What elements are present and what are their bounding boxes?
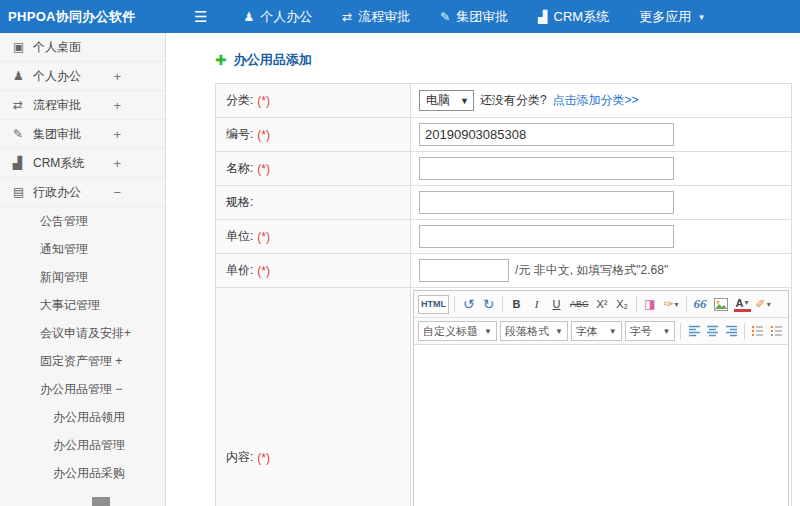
label-text: 名称: — [226, 160, 253, 177]
label-text: 规格: — [226, 194, 253, 211]
blockquote-button[interactable]: 66 — [692, 295, 709, 314]
nav-personal-office[interactable]: ♟ 个人办公 — [243, 8, 312, 26]
custom-heading-dropdown[interactable]: 自定义标题 ▼ — [418, 321, 497, 341]
font-family-dropdown[interactable]: 字体 ▼ — [571, 321, 622, 341]
sidebar-item-desktop[interactable]: ▣ 个人桌面 — [0, 33, 165, 62]
expand-toggle[interactable]: + — [113, 69, 121, 84]
chevron-down-icon: ▾ — [745, 298, 749, 307]
form-row-spec: 规格: — [216, 186, 791, 220]
insert-image-icon[interactable] — [712, 295, 731, 314]
expand-toggle[interactable]: + — [113, 127, 121, 142]
label-text: 单位: — [226, 228, 253, 245]
price-input[interactable] — [419, 259, 509, 282]
bold-button[interactable]: B — [508, 295, 525, 314]
code-input[interactable] — [419, 123, 674, 146]
nav-label: 流程审批 — [358, 8, 410, 26]
unit-input[interactable] — [419, 225, 674, 248]
required-marker: (*) — [257, 451, 270, 465]
font-size-dropdown[interactable]: 字号 ▼ — [625, 321, 676, 341]
nav-workflow-approval[interactable]: ⇄ 流程审批 — [342, 8, 410, 26]
sidebar-item-notice-mgmt[interactable]: 通知管理 — [0, 235, 165, 263]
name-input[interactable] — [419, 157, 674, 180]
format-painter-icon[interactable]: ✑▾ — [662, 295, 681, 314]
expand-toggle[interactable]: + — [113, 156, 121, 171]
label-text: 内容: — [226, 449, 253, 466]
edit-icon: ✎ — [13, 127, 33, 141]
sidebar-item-label: 行政办公 — [33, 184, 81, 201]
sidebar-item-fixed-assets[interactable]: 固定资产管理 + — [0, 347, 165, 375]
main-content: ✚ 办公用品添加 分类: (*) 电脑 ▼ 还没有分类? 点击添加分类>> — [166, 33, 800, 506]
highlight-pen-icon[interactable]: ✐▾ — [754, 295, 773, 314]
required-marker: (*) — [257, 128, 270, 142]
field-value: /元 非中文, 如填写格式"2.68" — [411, 254, 791, 287]
field-label: 编号: (*) — [216, 118, 411, 151]
strikethrough-button[interactable]: ABC — [568, 295, 591, 314]
dropdown-label: 字体 — [576, 324, 598, 339]
paragraph-format-dropdown[interactable]: 段落格式 ▼ — [500, 321, 568, 341]
ordered-list-icon[interactable] — [768, 322, 784, 341]
menu-icon[interactable]: ☰ — [194, 8, 207, 26]
sidebar-item-events-mgmt[interactable]: 大事记管理 — [0, 291, 165, 319]
align-center-icon[interactable] — [705, 322, 721, 341]
sidebar-item-meeting-request[interactable]: 会议申请及安排+ — [0, 319, 165, 347]
user-icon: ♟ — [243, 10, 254, 24]
undo-icon[interactable]: ↺ — [460, 295, 477, 314]
chevron-down-icon: ▼ — [663, 327, 671, 336]
form-row-unit: 单位: (*) — [216, 220, 791, 254]
sidebar-item-supplies-request[interactable]: 办公用品领用 — [0, 403, 165, 431]
nav-label: 集团审批 — [456, 8, 508, 26]
form-row-content: 内容: (*) HTML ↺ ↻ B I — [216, 288, 791, 506]
sidebar-item-admin-office[interactable]: ▤ 行政办公 − — [0, 178, 165, 207]
sidebar-item-label: 办公用品采购 — [53, 465, 125, 482]
subscript-button[interactable]: X₂ — [614, 295, 631, 314]
align-right-icon[interactable] — [723, 322, 739, 341]
redo-icon[interactable]: ↻ — [480, 295, 497, 314]
font-color-glyph: A — [736, 297, 744, 309]
collapse-toggle[interactable]: − — [113, 185, 121, 200]
sidebar-item-label: 流程审批 — [33, 97, 81, 114]
unordered-list-icon[interactable] — [750, 322, 766, 341]
remove-format-icon[interactable]: ◨ — [642, 295, 659, 314]
field-value — [411, 220, 791, 253]
nav-more-apps[interactable]: 更多应用 ▾ — [639, 8, 704, 26]
spec-input[interactable] — [419, 191, 674, 214]
scrollbar-thumb[interactable] — [92, 497, 110, 506]
nav-label: 个人办公 — [260, 8, 312, 26]
nav-group-approval[interactable]: ✎ 集团审批 — [440, 8, 508, 26]
sidebar-item-supplies-purchase[interactable]: 办公用品采购 — [0, 459, 165, 487]
sidebar-item-office-supplies[interactable]: 办公用品管理 − — [0, 375, 165, 403]
underline-button[interactable]: U — [548, 295, 565, 314]
sidebar-item-news-mgmt[interactable]: 新闻管理 — [0, 263, 165, 291]
form-row-name: 名称: (*) — [216, 152, 791, 186]
flow-icon: ⇄ — [342, 10, 352, 24]
sidebar-item-group-approval[interactable]: ✎ 集团审批 + — [0, 120, 165, 149]
sidebar-item-crm-system[interactable]: ▟ CRM系统 + — [0, 149, 165, 178]
nav-crm-system[interactable]: ▟ CRM系统 — [538, 8, 609, 26]
html-source-button[interactable]: HTML — [418, 295, 449, 314]
category-select[interactable]: 电脑 ▼ — [419, 90, 474, 111]
italic-button[interactable]: I — [528, 295, 545, 314]
superscript-button[interactable]: X² — [594, 295, 611, 314]
rich-text-editor: HTML ↺ ↻ B I U ABC X² X₂ ◨ — [413, 290, 789, 506]
sidebar-item-announcement-mgmt[interactable]: 公告管理 — [0, 207, 165, 235]
page-title: ✚ 办公用品添加 — [215, 51, 792, 69]
field-value — [411, 152, 791, 185]
add-category-link[interactable]: 点击添加分类>> — [553, 92, 639, 109]
form-row-category: 分类: (*) 电脑 ▼ 还没有分类? 点击添加分类>> — [216, 84, 791, 118]
chart-icon: ▟ — [13, 156, 33, 170]
category-hint: 还没有分类? — [480, 92, 547, 109]
briefcase-icon: ▤ — [13, 185, 33, 199]
sidebar-item-label: 固定资产管理 + — [40, 353, 122, 370]
sidebar-item-label: 办公用品管理 − — [40, 381, 122, 398]
required-marker: (*) — [257, 264, 270, 278]
form-row-code: 编号: (*) — [216, 118, 791, 152]
sidebar-item-workflow-approval[interactable]: ⇄ 流程审批 + — [0, 91, 165, 120]
align-left-icon[interactable] — [686, 322, 702, 341]
sidebar-item-supplies-manage[interactable]: 办公用品管理 — [0, 431, 165, 459]
edit-icon: ✎ — [440, 10, 450, 24]
editor-content-area[interactable] — [414, 345, 788, 506]
field-label: 规格: — [216, 186, 411, 219]
sidebar-item-personal-office[interactable]: ♟ 个人办公 + — [0, 62, 165, 91]
font-color-icon[interactable]: A▾ — [734, 296, 751, 312]
expand-toggle[interactable]: + — [113, 98, 121, 113]
